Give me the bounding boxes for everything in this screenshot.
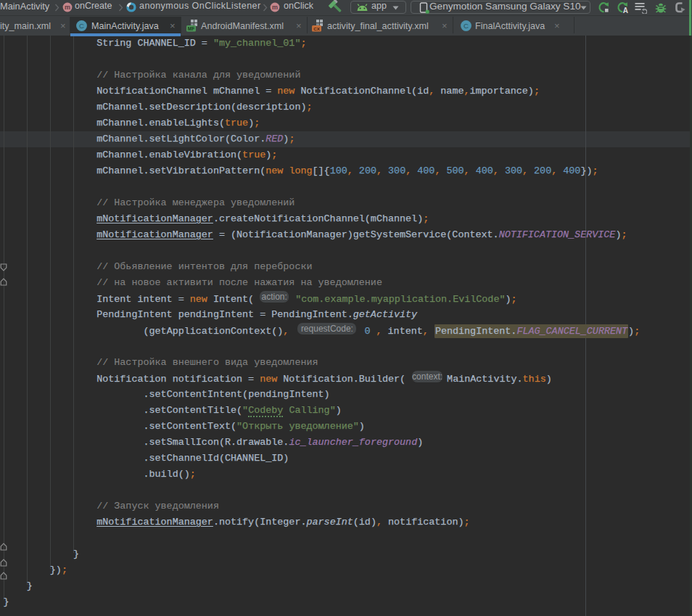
svg-text:m: m	[272, 4, 278, 11]
svg-text:m: m	[65, 4, 70, 11]
svg-text:A: A	[623, 7, 628, 14]
svg-text:CX: CX	[313, 26, 320, 31]
svg-text:C: C	[79, 22, 84, 30]
svg-text:MF: MF	[188, 26, 194, 31]
svg-text:C: C	[464, 22, 469, 30]
